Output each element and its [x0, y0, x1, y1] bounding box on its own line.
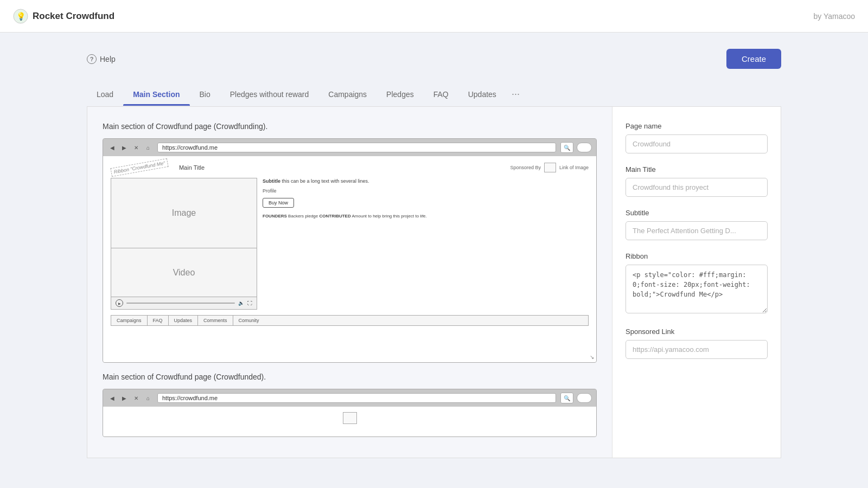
tab-pledges-without-reward[interactable]: Pledges without reward [220, 84, 319, 105]
image-box: Image [111, 178, 257, 248]
volume-icon: 🔈 [238, 300, 244, 306]
video-controls: ▶ 🔈 ⛶ [111, 297, 257, 310]
tab-pledges[interactable]: Pledges [376, 84, 424, 105]
logo-icon: 💡 [13, 9, 28, 24]
browser-toolbar-1: ◀ ▶ ✕ ⌂ https://crowdfund.me 🔍 [103, 139, 596, 156]
image-label: Image [172, 208, 196, 218]
app-logo: 💡 Rocket Crowdfund [13, 9, 114, 24]
subtitle-input[interactable] [626, 221, 768, 240]
nav-tab-campaigns[interactable]: Campaigns [111, 316, 148, 325]
browser-mockup-2: ◀ ▶ ✕ ⌂ https://crowdfund.me 🔍 [103, 389, 597, 437]
tab-load[interactable]: Load [87, 84, 123, 105]
back-button-2[interactable]: ◀ [107, 393, 117, 403]
tab-bio[interactable]: Bio [190, 84, 220, 105]
home-button[interactable]: ⌂ [143, 143, 153, 152]
brand-label: by Yamacoo [813, 12, 855, 21]
page-mockup-1: Ribbon "Crowdfund Me" Main Title Sponsor… [103, 156, 596, 332]
subtitle-mock: Subtitle this can be a long text with se… [263, 178, 589, 185]
subtitle-label: Subtitle [626, 209, 768, 217]
subtitle-field: Subtitle [626, 209, 768, 240]
preview-label-1: Main section of Crowdfund page (Crowdfun… [103, 122, 597, 131]
tab-updates[interactable]: Updates [458, 84, 506, 105]
main-title-field: Main Title [626, 165, 768, 197]
form-panel: Page name Main Title Subtitle Ribbon <p … [612, 107, 781, 458]
browser-url-2[interactable]: https://crowdfund.me [157, 393, 556, 403]
main-title-label: Main Title [626, 165, 768, 174]
forward-button-2[interactable]: ▶ [119, 393, 129, 403]
tab-faq[interactable]: FAQ [424, 84, 458, 105]
help-label: Help [100, 55, 116, 63]
ribbon-field: Ribbon <p style="color: #fff;margin: 0;f… [626, 252, 768, 316]
preview-panel: Main section of Crowdfund page (Crowdfun… [87, 107, 612, 458]
browser-content-1: Ribbon "Crowdfund Me" Main Title Sponsor… [103, 156, 596, 362]
page-name-field: Page name [626, 122, 768, 153]
ribbon-textarea[interactable]: <p style="color: #fff;margin: 0;font-siz… [626, 265, 768, 313]
back-button[interactable]: ◀ [107, 143, 117, 152]
help-icon: ? [87, 54, 97, 64]
forward-button[interactable]: ▶ [119, 143, 129, 152]
page-mockup-body: Image Video ▶ 🔈 ⛶ [111, 178, 589, 310]
tab-main-section[interactable]: Main Section [123, 84, 189, 105]
browser-search-icon[interactable]: 🔍 [560, 142, 573, 153]
link-image-text: Link of Image [559, 165, 589, 170]
sponsored-link-label: Sponsored Link [626, 328, 768, 336]
fullscreen-icon: ⛶ [247, 300, 252, 306]
browser-content-2 [103, 407, 596, 436]
close-button[interactable]: ✕ [131, 143, 141, 152]
nav-tabs-mock: Campaigns FAQ Updates Comments Comunity [111, 315, 589, 326]
browser-search-icon-2[interactable]: 🔍 [560, 393, 573, 403]
browser-url-1[interactable]: https://crowdfund.me [157, 143, 556, 152]
browser-toggle [577, 143, 592, 152]
svg-text:💡: 💡 [16, 12, 26, 21]
content-area: Main section of Crowdfund page (Crowdfun… [87, 107, 781, 458]
video-box: Video [111, 248, 257, 297]
main-title-input[interactable] [626, 178, 768, 197]
video-label: Video [173, 268, 195, 278]
media-area: Image Video ▶ 🔈 ⛶ [111, 178, 257, 310]
resize-handle: ↘ [590, 354, 594, 360]
close-button-2[interactable]: ✕ [131, 393, 141, 403]
sponsored-box [544, 163, 556, 172]
founders-row: FOUNDERS Backers pledge CONTRIBUTED Amou… [263, 213, 589, 219]
main-container: ? Help Create Load Main Section Bio Pled… [76, 33, 792, 458]
tabs-bar: Load Main Section Bio Pledges without re… [87, 82, 781, 107]
buy-now-button[interactable]: Buy Now [263, 198, 294, 208]
topbar: 💡 Rocket Crowdfund by Yamacoo [0, 0, 868, 33]
ribbon-label: Ribbon "Crowdfund Me" [110, 158, 168, 177]
nav-tab-updates[interactable]: Updates [169, 316, 199, 325]
preview-label-2: Main section of Crowdfund page (Crowdfun… [103, 373, 597, 381]
info-area: Subtitle this can be a long text with se… [263, 178, 589, 310]
play-button[interactable]: ▶ [116, 299, 123, 307]
nav-tab-comunity[interactable]: Comunity [233, 316, 265, 325]
sponsored-link-input[interactable] [626, 340, 768, 359]
sponsored-link-field: Sponsored Link [626, 328, 768, 359]
ribbon-label: Ribbon [626, 252, 768, 260]
help-link[interactable]: ? Help [87, 54, 116, 64]
page-name-label: Page name [626, 122, 768, 130]
subtitle-strong: Subtitle [263, 178, 280, 184]
app-name: Rocket Crowdfund [33, 11, 114, 22]
nav-tab-comments[interactable]: Comments [198, 316, 233, 325]
main-title-label: Main Title [179, 164, 205, 171]
progress-bar [126, 303, 235, 304]
browser-mockup-1: ◀ ▶ ✕ ⌂ https://crowdfund.me 🔍 Ribbon "C… [103, 138, 597, 363]
sponsored-box-2 [343, 412, 357, 424]
browser-toolbar-2: ◀ ▶ ✕ ⌂ https://crowdfund.me 🔍 [103, 389, 596, 407]
tabs-more-button[interactable]: ··· [506, 82, 525, 106]
page-name-input[interactable] [626, 134, 768, 153]
home-button-2[interactable]: ⌂ [143, 393, 153, 403]
profile-label-mock: Profile [263, 188, 589, 194]
top-actions: ? Help Create [87, 49, 781, 69]
browser-toggle-2 [577, 393, 592, 403]
create-button[interactable]: Create [726, 49, 781, 69]
page-mockup-header: Ribbon "Crowdfund Me" Main Title Sponsor… [111, 163, 589, 172]
nav-tab-faq[interactable]: FAQ [148, 316, 169, 325]
sponsored-row: Sponsored By Link of Image [510, 163, 589, 172]
sponsored-by-text: Sponsored By [510, 165, 541, 170]
tab-campaigns[interactable]: Campaigns [318, 84, 376, 105]
